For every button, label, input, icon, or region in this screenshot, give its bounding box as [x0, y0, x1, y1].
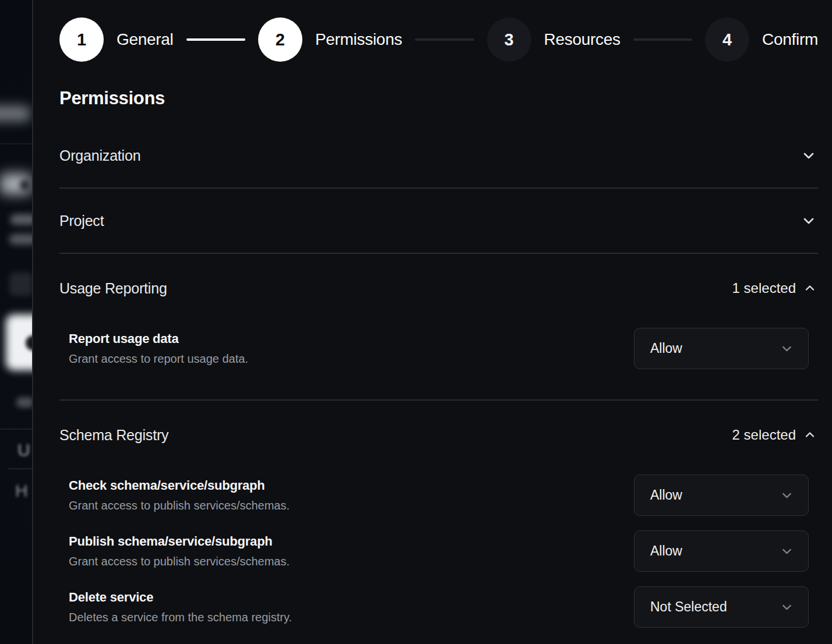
- blurred-blob: [20, 179, 30, 191]
- selected-count: 2 selected: [732, 427, 796, 443]
- chevron-down-icon: [801, 147, 817, 164]
- permission-text: Report usage data Grant access to report…: [69, 331, 248, 366]
- step-confirm[interactable]: 4 Confirm: [705, 17, 818, 62]
- step-connector: [415, 38, 474, 41]
- section-organization-header[interactable]: Organization: [59, 123, 818, 187]
- divider: [0, 429, 32, 430]
- chevron-down-icon: [780, 600, 794, 614]
- permission-select-value: Allow: [650, 543, 682, 559]
- step-permissions[interactable]: 2 Permissions: [258, 17, 402, 62]
- permission-select-value: Not Selected: [650, 599, 727, 615]
- step-number-badge: 4: [705, 17, 749, 62]
- section-title: Usage Reporting: [59, 280, 167, 297]
- permission-description: Grant access to report usage data.: [69, 352, 248, 366]
- section-usage-reporting: Usage Reporting 1 selected Report usage …: [59, 254, 818, 401]
- step-general[interactable]: 1 General: [59, 17, 174, 62]
- permission-select[interactable]: Allow: [634, 475, 809, 516]
- permission-list: Check schema/service/subgraph Grant acce…: [59, 475, 818, 644]
- permission-row-report-usage-data: Report usage data Grant access to report…: [69, 328, 818, 369]
- step-number: 4: [722, 30, 732, 49]
- wizard-stepper: 1 General 2 Permissions 3 Resources 4 Co…: [59, 17, 818, 62]
- step-number-badge: 2: [258, 17, 302, 62]
- permission-text: Delete service Deletes a service from th…: [69, 590, 292, 624]
- permission-text: Check schema/service/subgraph Grant acce…: [69, 478, 290, 512]
- step-number: 3: [504, 30, 513, 49]
- permission-select[interactable]: Allow: [634, 328, 809, 369]
- step-label: General: [117, 30, 174, 49]
- section-header-right: 2 selected: [732, 427, 818, 443]
- screen: U H 1 General 2 Permissions 3 Resources …: [0, 0, 832, 644]
- blurred-text: [9, 234, 33, 245]
- permission-select[interactable]: Allow: [634, 530, 809, 572]
- chevron-down-icon: [780, 341, 794, 356]
- divider: [8, 468, 32, 469]
- background-page-strip: U H: [0, 0, 33, 644]
- permission-name: Delete service: [69, 590, 292, 605]
- step-label: Resources: [544, 30, 621, 49]
- permission-name: Publish schema/service/subgraph: [69, 534, 290, 549]
- chevron-up-icon: [803, 428, 817, 442]
- divider: [0, 143, 32, 144]
- selected-count: 1 selected: [732, 280, 796, 296]
- blurred-text: [16, 397, 33, 408]
- permission-row-check-schema: Check schema/service/subgraph Grant acce…: [69, 475, 818, 516]
- permission-name: Report usage data: [69, 331, 248, 346]
- section-header-right: [801, 147, 818, 164]
- step-number-badge: 3: [487, 17, 531, 62]
- section-header-right: [801, 213, 818, 229]
- step-number: 2: [276, 30, 285, 49]
- permission-select-value: Allow: [650, 487, 682, 503]
- blurred-blob: [0, 106, 30, 121]
- step-connector: [633, 38, 692, 41]
- chevron-down-icon: [780, 544, 794, 558]
- step-number: 1: [77, 30, 86, 49]
- permission-description: Deletes a service from the schema regist…: [69, 610, 292, 624]
- step-label: Permissions: [315, 30, 402, 49]
- page-title: Permissions: [59, 87, 818, 109]
- step-resources[interactable]: 3 Resources: [487, 17, 621, 62]
- blurred-tile: [9, 273, 33, 296]
- section-title: Organization: [59, 147, 140, 164]
- section-title: Project: [59, 213, 104, 229]
- blurred-nav-fragment: H: [15, 481, 28, 501]
- permission-select[interactable]: Not Selected: [634, 586, 809, 628]
- step-label: Confirm: [762, 30, 818, 49]
- section-header-right: 1 selected: [732, 280, 818, 296]
- section-organization: Organization: [59, 123, 818, 189]
- section-schema-registry-header[interactable]: Schema Registry 2 selected: [59, 401, 818, 444]
- permission-name: Check schema/service/subgraph: [69, 478, 290, 493]
- blurred-nav-fragment: U: [17, 440, 30, 460]
- section-project: Project: [59, 189, 818, 254]
- permission-text: Publish schema/service/subgraph Grant ac…: [69, 534, 290, 568]
- blurred-text: [10, 214, 33, 225]
- section-title: Schema Registry: [59, 427, 168, 444]
- section-project-header[interactable]: Project: [59, 189, 818, 253]
- section-schema-registry: Schema Registry 2 selected Check schema/…: [59, 401, 818, 644]
- permission-description: Grant access to publish services/schemas…: [69, 498, 290, 512]
- section-usage-reporting-header[interactable]: Usage Reporting 1 selected: [59, 254, 818, 297]
- chevron-down-icon: [801, 213, 817, 229]
- wizard-panel: 1 General 2 Permissions 3 Resources 4 Co…: [33, 0, 832, 644]
- chevron-up-icon: [803, 281, 817, 295]
- permission-select-value: Allow: [650, 341, 682, 356]
- permission-description: Grant access to publish services/schemas…: [69, 554, 290, 568]
- permission-row-delete-service: Delete service Deletes a service from th…: [69, 586, 818, 628]
- permission-row-publish-schema: Publish schema/service/subgraph Grant ac…: [69, 530, 818, 572]
- permission-list: Report usage data Grant access to report…: [59, 328, 818, 399]
- step-number-badge: 1: [59, 17, 104, 62]
- step-connector: [186, 38, 245, 41]
- chevron-down-icon: [780, 488, 794, 503]
